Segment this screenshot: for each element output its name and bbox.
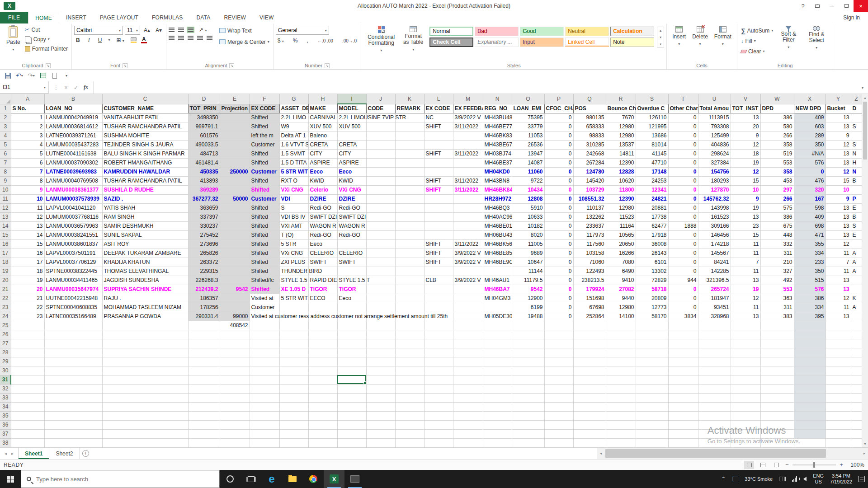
cell-Z36[interactable] [851,420,862,429]
cell-C22[interactable]: RAJU . [102,294,188,303]
cell-A27[interactable] [11,339,44,348]
cell-L16[interactable]: SHIFT [424,239,453,249]
cell-M25[interactable] [453,321,483,330]
column-header-E[interactable]: E [220,94,250,104]
cell-C17[interactable]: DEEPAK TUKARAM ZAMBARE [102,249,188,258]
cell-P21[interactable]: 0 [544,285,573,294]
cell-T27[interactable] [668,339,698,348]
paste-button[interactable]: Paste ▾ [3,25,24,54]
cell-H27[interactable] [308,339,337,348]
header-cell-A1[interactable]: S No. [11,104,44,113]
cell-L8[interactable] [424,167,453,176]
cell-I29[interactable] [337,357,366,366]
cell-V25[interactable] [731,321,760,330]
cell-A34[interactable] [11,402,44,411]
column-header-F[interactable]: F [250,94,279,104]
cell-M2[interactable]: 3/9/2022 V [453,113,483,122]
cell-X33[interactable] [794,393,826,402]
header-cell-C1[interactable]: CUSTOMER_NAME [102,104,188,113]
cell-A9[interactable]: 8 [11,176,44,185]
cell-I34[interactable] [337,402,366,411]
cell-J16[interactable] [366,239,395,249]
cell-D20[interactable]: 226268.3 [188,276,220,285]
cell-K4[interactable] [395,131,424,140]
cell-R31[interactable] [606,375,636,384]
cell-N19[interactable] [483,267,512,276]
cell-O17[interactable]: 9689 [512,249,544,258]
decrease-indent-icon[interactable] [197,36,203,40]
cell-B30[interactable] [44,366,102,375]
expand-formula-bar-button[interactable]: ▾ [857,81,868,94]
cell-Z27[interactable] [851,339,862,348]
header-cell-L1[interactable]: EX CODE [424,104,453,113]
cell-Z37[interactable] [851,429,862,438]
cell-I25[interactable] [337,321,366,330]
vertical-scrollbar[interactable]: ▲ ▼ [862,94,868,447]
cell-S4[interactable]: 13686 [636,131,668,140]
cell-N17[interactable]: MH46BE85 [483,249,512,258]
cell-style-calculation[interactable]: Calculation [610,27,654,36]
cell-A2[interactable]: 1 [11,113,44,122]
cell-L7[interactable] [424,158,453,167]
cell-F5[interactable]: Customer [250,140,279,149]
zoom-slider-thumb[interactable] [813,462,815,468]
cell-C23[interactable]: MOHAMMAD TASLEEM NIZAM [102,303,188,312]
cell-G29[interactable] [279,357,308,366]
row-header-5[interactable]: 5 [0,140,11,149]
cell-V22[interactable]: 12 [731,294,760,303]
cell-I32[interactable] [337,384,366,393]
increase-font-button[interactable]: A▴ [142,27,152,33]
cell-Y37[interactable] [826,429,851,438]
cell-W8[interactable]: 358 [760,167,794,176]
cell-G23[interactable] [279,303,308,312]
cell-Q25[interactable] [573,321,606,330]
cell-H38[interactable] [308,438,337,447]
column-header-X[interactable]: X [794,94,826,104]
cell-S23[interactable]: 12773 [636,303,668,312]
cell-F7[interactable]: Shifted [250,158,279,167]
cell-K19[interactable] [395,267,424,276]
cell-W31[interactable] [760,375,794,384]
cell-Y16[interactable]: 12 [826,239,851,249]
cell-T8[interactable]: 0 [668,167,698,176]
cell-Y20[interactable]: 13 [826,276,851,285]
cell-G8[interactable]: 5 STR WIT [279,167,308,176]
row-header-35[interactable]: 35 [0,411,11,420]
cell-N18[interactable]: MH46BE9C [483,258,512,267]
cell-X8[interactable]: 0 [794,167,826,176]
header-cell-P1[interactable]: CFOC_CHA [544,104,573,113]
cell-N25[interactable] [483,321,512,330]
cell-B33[interactable] [44,393,102,402]
cell-F6[interactable]: Shifted [250,149,279,158]
cell-S28[interactable] [636,348,668,357]
cell-N32[interactable] [483,384,512,393]
cell-Y35[interactable] [826,411,851,420]
edge-button[interactable]: e [261,470,282,488]
column-header-V[interactable]: V [731,94,760,104]
cell-A30[interactable] [11,366,44,375]
cell-R3[interactable]: 12980 [606,122,636,131]
cell-Q30[interactable] [573,366,606,375]
cell-Z17[interactable]: A [851,249,862,258]
horizontal-scroll-thumb[interactable] [605,449,826,458]
cell-S9[interactable]: 24253 [636,176,668,185]
cell-O10[interactable]: 10434 [512,185,544,194]
taskbar-search[interactable] [21,470,220,488]
cell-J33[interactable] [366,393,395,402]
cell-N24[interactable]: MH05DE30 [483,312,512,321]
cell-F17[interactable]: Shifted [250,249,279,258]
cell-S24[interactable]: 58170 [636,312,668,321]
cell-G31[interactable] [279,375,308,384]
cell-U27[interactable] [698,339,731,348]
cell-U33[interactable] [698,393,731,402]
cell-Y25[interactable] [826,321,851,330]
cell-C27[interactable] [102,339,188,348]
cell-E15[interactable] [220,230,250,239]
cell-C18[interactable]: KHADIJA KHATUN [102,258,188,267]
header-cell-B1[interactable]: LOAN_NO [44,104,102,113]
cell-Y31[interactable] [826,375,851,384]
cell-Z26[interactable] [851,330,862,339]
cell-P4[interactable]: 0 [544,131,573,140]
cell-R19[interactable]: 6490 [606,267,636,276]
cell-M20[interactable]: 3/9/2022 V [453,276,483,285]
